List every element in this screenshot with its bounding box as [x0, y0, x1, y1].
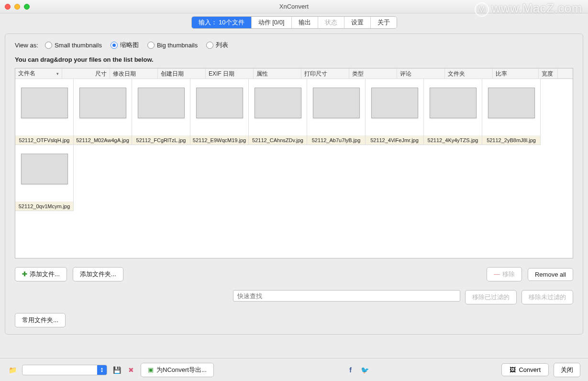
facebook-icon[interactable]: f	[346, 365, 355, 375]
radio-label: Small thumbnails	[55, 42, 102, 49]
tab-about[interactable]: 关于	[371, 17, 397, 28]
convert-icon: 🖼	[510, 366, 516, 373]
thumbnail-image	[313, 88, 360, 118]
radio-icon	[111, 42, 118, 49]
thumbnail-item[interactable]: 52112_4Ky4yTZS.jpg	[423, 78, 482, 145]
column-header[interactable]: EXIF 日期	[206, 68, 254, 78]
remove-all-button[interactable]: Remove all	[528, 268, 573, 281]
thumbnail-filename: 52112_OTFVslqH.jpg	[15, 135, 73, 145]
radio-label: 缩略图	[120, 41, 139, 49]
thumbnail-image	[21, 88, 68, 118]
column-header[interactable]: 文件夹	[445, 68, 493, 78]
main-panel: View as: Small thumbnails缩略图Big thumbnai…	[5, 34, 583, 335]
minus-icon: —	[494, 270, 500, 278]
save-icon[interactable]: 💾	[112, 365, 122, 375]
plus-icon: ✚	[22, 270, 27, 278]
thumbnail-image	[138, 88, 185, 118]
column-header[interactable]: 打印尺寸	[301, 68, 349, 78]
drag-drop-hint: You can drag&drop your files on the list…	[15, 56, 573, 63]
add-folder-button[interactable]: 添加文件夹...	[73, 267, 123, 281]
view-as-row: View as: Small thumbnails缩略图Big thumbnai…	[15, 41, 573, 49]
bottom-bar: 📁 ▲▼ 💾 ✖ ▣为NConvert导出... f 🐦 🖼Convert 关闭	[0, 358, 588, 381]
thumbnail-image	[488, 88, 535, 118]
thumbnail-item[interactable]: 52112_0qv1Mcym.jpg	[15, 145, 74, 211]
view-as-radio-2[interactable]: Big thumbnails	[147, 41, 198, 49]
thumbnail-filename: 52112_E9WqcM19.jpg	[190, 135, 248, 145]
twitter-icon[interactable]: 🐦	[360, 365, 370, 375]
radio-icon	[206, 42, 213, 49]
view-as-label: View as:	[15, 42, 38, 49]
thumbnail-image	[79, 88, 126, 118]
thumbnail-image	[371, 88, 418, 118]
thumbnail-filename: 52112_4Ky4yTZS.jpg	[424, 135, 482, 145]
radio-label: Big thumbnails	[157, 42, 198, 49]
chevron-down-icon: ▾	[56, 71, 59, 76]
thumbnail-item[interactable]: 52112_FCgRlTzL.jpg	[132, 78, 190, 145]
thumbnail-item[interactable]: 52112_OTFVslqH.jpg	[15, 78, 74, 145]
thumbnail-filename: 52112_Ab7u7lyB.jpg	[307, 135, 365, 145]
thumbnail-filename: 52112_4ViFeJmr.jpg	[366, 135, 423, 145]
view-as-radio-1[interactable]: 缩略图	[111, 41, 139, 49]
tab-settings[interactable]: 设置	[344, 17, 371, 28]
column-header[interactable]: 属性	[254, 68, 301, 78]
radio-icon	[147, 42, 155, 49]
view-as-radio-0[interactable]: Small thumbnails	[45, 41, 102, 49]
common-folders-button[interactable]: 常用文件夹...	[15, 313, 66, 327]
thumbnail-image	[430, 88, 477, 118]
column-header[interactable]: 文件名▾	[15, 68, 62, 78]
view-as-radio-3[interactable]: 列表	[206, 41, 228, 49]
preset-select[interactable]: ▲▼	[22, 365, 107, 375]
convert-button[interactable]: 🖼Convert	[501, 363, 549, 376]
column-header[interactable]: 比率	[493, 68, 539, 78]
thumbnail-image	[21, 154, 68, 184]
thumbnail-item[interactable]: 52112_2yB8mJ8l.jpg	[482, 78, 541, 145]
remove-button[interactable]: —移除	[487, 267, 522, 281]
thumbnail-filename: 52112_2yB8mJ8l.jpg	[482, 135, 540, 145]
thumbnail-item[interactable]: 52112_CAhnsZDv.jpg	[248, 78, 307, 145]
quick-search-input[interactable]	[233, 290, 460, 302]
thumbnail-image	[196, 88, 243, 118]
column-header[interactable]: 尺寸	[62, 68, 110, 78]
tab-bar: 输入： 10个文件动作 [0/0]输出状态设置关于	[0, 13, 588, 31]
thumbnail-filename: 52112_CAhnsZDv.jpg	[249, 135, 307, 145]
folder-icon[interactable]: 📁	[8, 365, 17, 375]
thumbnail-filename: 52112_FCgRlTzL.jpg	[132, 135, 190, 145]
column-header[interactable]: 类型	[349, 68, 397, 78]
tab-input[interactable]: 输入： 10个文件	[192, 17, 252, 28]
thumbnail-area[interactable]: 52112_OTFVslqH.jpg52112_M02Aw4gA.jpg5211…	[15, 79, 573, 211]
thumbnail-item[interactable]: 52112_Ab7u7lyB.jpg	[307, 78, 366, 145]
nconvert-export-button[interactable]: ▣为NConvert导出...	[141, 363, 214, 377]
column-header[interactable]: 宽度	[539, 68, 558, 78]
file-grid[interactable]: 文件名▾尺寸修改日期创建日期EXIF 日期属性打印尺寸类型评论文件夹比率宽度 5…	[15, 68, 573, 258]
tab-actions[interactable]: 动作 [0/0]	[252, 17, 292, 28]
column-header-row: 文件名▾尺寸修改日期创建日期EXIF 日期属性打印尺寸类型评论文件夹比率宽度	[15, 68, 573, 79]
titlebar: XnConvert Mwww.MacZ.com	[0, 0, 588, 13]
thumbnail-item[interactable]: 52112_4ViFeJmr.jpg	[365, 78, 424, 145]
window-title: XnConvert	[0, 3, 588, 10]
tab-output[interactable]: 输出	[292, 17, 318, 28]
radio-icon	[45, 42, 52, 49]
export-icon: ▣	[148, 366, 154, 373]
thumbnail-image	[255, 88, 301, 118]
thumbnail-item[interactable]: 52112_M02Aw4gA.jpg	[73, 78, 132, 145]
remove-filtered-button[interactable]: 移除已过滤的	[465, 290, 517, 304]
column-header[interactable]: 评论	[397, 68, 445, 78]
thumbnail-filename: 52112_M02Aw4gA.jpg	[74, 135, 132, 145]
close-button[interactable]: 关闭	[554, 363, 580, 377]
column-header[interactable]: 创建日期	[158, 68, 206, 78]
chevron-updown-icon: ▲▼	[97, 365, 107, 375]
thumbnail-item[interactable]: 52112_E9WqcM19.jpg	[190, 78, 249, 145]
thumbnail-filename: 52112_0qv1Mcym.jpg	[15, 202, 73, 211]
remove-unfiltered-button[interactable]: 移除未过滤的	[521, 290, 573, 304]
tab-status: 状态	[318, 17, 344, 28]
radio-label: 列表	[216, 41, 228, 49]
column-header[interactable]: 修改日期	[110, 68, 158, 78]
delete-icon[interactable]: ✖	[126, 365, 136, 375]
add-files-button[interactable]: ✚添加文件...	[15, 267, 67, 281]
